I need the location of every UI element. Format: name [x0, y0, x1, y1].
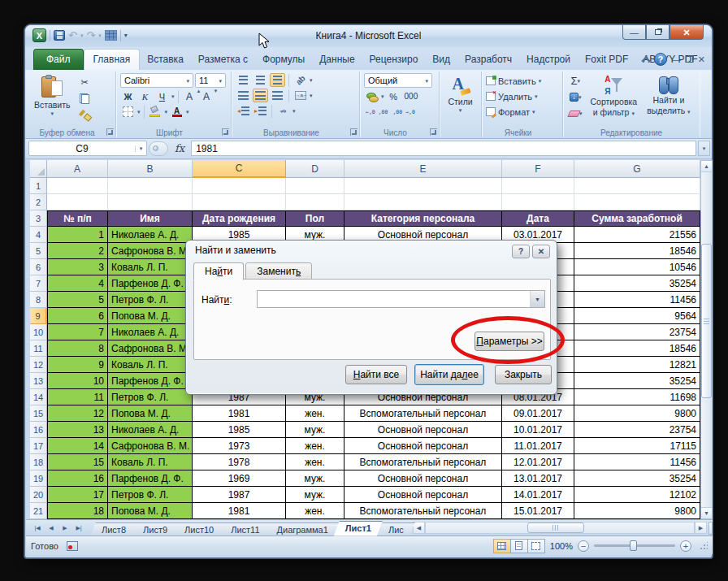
- cell-B15[interactable]: Попова М. Д.: [108, 405, 193, 422]
- cell-A12[interactable]: 9: [47, 357, 108, 373]
- cell-F20[interactable]: 14.01.2017: [502, 487, 574, 503]
- row-header-11[interactable]: 11: [30, 340, 47, 357]
- page-break-view-button[interactable]: [527, 539, 545, 553]
- delete-cells-button[interactable]: Удалить▾: [486, 89, 558, 104]
- orientation-button[interactable]: ab: [292, 73, 308, 87]
- cell-B13[interactable]: Парфенов Д. Ф.: [108, 373, 193, 389]
- cell-A4[interactable]: 1: [47, 227, 108, 243]
- cell-G10[interactable]: 23754: [574, 324, 700, 340]
- cell-C18[interactable]: 1978: [193, 454, 286, 470]
- font-dialog-launcher[interactable]: [222, 128, 229, 136]
- merge-center-button[interactable]: [292, 89, 308, 102]
- collapse-ribbon-icon[interactable]: [641, 56, 650, 65]
- cell-A7[interactable]: 4: [47, 275, 108, 292]
- find-what-combobox[interactable]: ▼: [257, 290, 545, 308]
- cell-G11[interactable]: 18546: [574, 340, 700, 357]
- cell-E20[interactable]: Основной персонал: [344, 487, 502, 503]
- cell-C3[interactable]: Дата рождения: [193, 210, 286, 227]
- cell-A13[interactable]: 10: [47, 373, 108, 389]
- cell-A3[interactable]: № п/п: [47, 210, 108, 227]
- clipboard-dialog-launcher[interactable]: [106, 128, 114, 136]
- font-name-combo[interactable]: Calibri▾: [120, 73, 193, 88]
- zoom-slider-thumb[interactable]: [630, 540, 637, 551]
- cell-A21[interactable]: 18: [47, 503, 108, 519]
- cell-G6[interactable]: 10546: [574, 259, 700, 275]
- row-header-10[interactable]: 10: [30, 324, 47, 340]
- align-right-button[interactable]: [270, 89, 285, 102]
- column-header-F[interactable]: F: [502, 160, 574, 178]
- macro-record-icon[interactable]: [67, 541, 78, 551]
- cell-A10[interactable]: 7: [47, 324, 108, 340]
- cell-A11[interactable]: 8: [47, 340, 108, 357]
- percent-style-button[interactable]: %: [386, 89, 401, 103]
- increase-decimal-button[interactable]: ←,0 ,00: [364, 105, 389, 119]
- cell-B10[interactable]: Николаев А. Д.: [108, 324, 193, 340]
- align-middle-button[interactable]: [253, 73, 268, 87]
- cell-D20[interactable]: муж.: [286, 487, 344, 503]
- comma-style-button[interactable]: 000: [403, 89, 420, 103]
- find-all-button[interactable]: Найти все: [345, 365, 407, 384]
- row-header-8[interactable]: 8: [30, 292, 47, 308]
- cell-A17[interactable]: 14: [47, 438, 108, 454]
- borders-button[interactable]: [120, 105, 136, 119]
- underline-button[interactable]: Ч: [154, 89, 170, 103]
- decrease-indent-button[interactable]: [236, 104, 251, 118]
- cell-B17[interactable]: Сафронова В. М.: [108, 438, 193, 454]
- horizontal-scrollbar[interactable]: ◀ ▶: [413, 522, 713, 535]
- cell-A2[interactable]: [47, 194, 108, 210]
- align-left-button[interactable]: [236, 89, 251, 102]
- ribbon-tab-Формулы[interactable]: Формулы: [255, 50, 312, 70]
- cell-E2[interactable]: [344, 194, 502, 210]
- cell-G2[interactable]: [574, 194, 700, 210]
- cell-B7[interactable]: Парфенов Д. Ф.: [108, 275, 193, 292]
- vertical-scroll-thumb[interactable]: [701, 244, 712, 398]
- cell-A16[interactable]: 13: [47, 422, 108, 438]
- name-box[interactable]: C9 ▾: [28, 141, 147, 156]
- ribbon-tab-Рецензиро[interactable]: Рецензиро: [362, 50, 426, 70]
- column-header-B[interactable]: B: [108, 160, 193, 178]
- cell-A5[interactable]: 2: [47, 243, 108, 259]
- cell-G14[interactable]: 11698: [574, 389, 700, 405]
- format-painter-icon[interactable]: [77, 108, 93, 122]
- combo-dropdown-icon[interactable]: ▼: [530, 291, 544, 307]
- cell-F17[interactable]: 11.01.2017: [502, 438, 574, 454]
- cell-A20[interactable]: 17: [47, 487, 108, 503]
- row-header-1[interactable]: 1: [30, 178, 47, 194]
- zoom-in-icon[interactable]: +: [680, 540, 691, 552]
- cell-B4[interactable]: Николаев А. Д.: [108, 227, 193, 243]
- dialog-close-button[interactable]: Закрыть: [495, 365, 552, 384]
- cell-A15[interactable]: 12: [47, 405, 108, 422]
- cell-F18[interactable]: 12.01.2017: [502, 454, 574, 470]
- restore-button[interactable]: [646, 25, 670, 40]
- find-next-button[interactable]: Найти далее: [414, 364, 484, 385]
- cell-D17[interactable]: жен.: [286, 438, 344, 454]
- cell-B16[interactable]: Николаев А. Д.: [108, 422, 193, 438]
- ribbon-tab-Вид[interactable]: Вид: [425, 50, 457, 70]
- cell-B1[interactable]: [108, 178, 193, 194]
- cell-B11[interactable]: Сафронова В. М.: [108, 340, 193, 357]
- cell-G5[interactable]: 18546: [574, 243, 700, 259]
- cell-D18[interactable]: жен.: [286, 454, 344, 470]
- cell-F3[interactable]: Дата: [502, 210, 574, 227]
- cell-E3[interactable]: Категория персонала: [344, 210, 502, 227]
- cell-A6[interactable]: 3: [47, 259, 108, 275]
- cell-C20[interactable]: 1987: [193, 487, 286, 503]
- select-all-corner[interactable]: [30, 160, 47, 178]
- ribbon-tab-Надстрой[interactable]: Надстрой: [519, 50, 578, 70]
- column-header-C[interactable]: C: [193, 160, 286, 178]
- grow-font-button[interactable]: А▲: [182, 89, 197, 103]
- cell-E19[interactable]: Основной персонал: [344, 470, 502, 487]
- dialog-close-icon[interactable]: ✕: [532, 245, 550, 258]
- cell-G21[interactable]: 9800: [574, 503, 700, 519]
- row-header-15[interactable]: 15: [30, 405, 47, 422]
- row-header-21[interactable]: 21: [30, 503, 47, 519]
- column-header-A[interactable]: A: [47, 160, 108, 178]
- row-header-18[interactable]: 18: [30, 454, 47, 470]
- cell-G13[interactable]: 35254: [574, 373, 700, 389]
- close-button[interactable]: ✕: [670, 25, 704, 40]
- increase-indent-button[interactable]: [253, 104, 268, 118]
- tab-file[interactable]: Файл: [33, 49, 84, 70]
- cell-G12[interactable]: 12821: [574, 357, 700, 373]
- expand-formula-bar-icon[interactable]: ▾: [698, 141, 710, 156]
- cell-F19[interactable]: 13.01.2017: [502, 470, 574, 487]
